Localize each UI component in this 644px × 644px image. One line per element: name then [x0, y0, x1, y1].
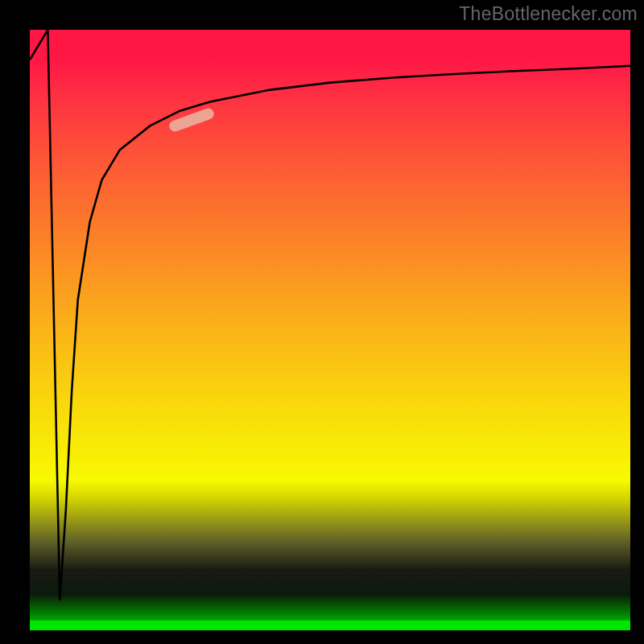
curve-path	[30, 30, 630, 601]
plot-area	[30, 30, 630, 630]
watermark-text: TheBottlenecker.com	[459, 3, 638, 25]
bottleneck-curve	[30, 30, 630, 630]
chart-container: TheBottlenecker.com	[0, 0, 644, 644]
